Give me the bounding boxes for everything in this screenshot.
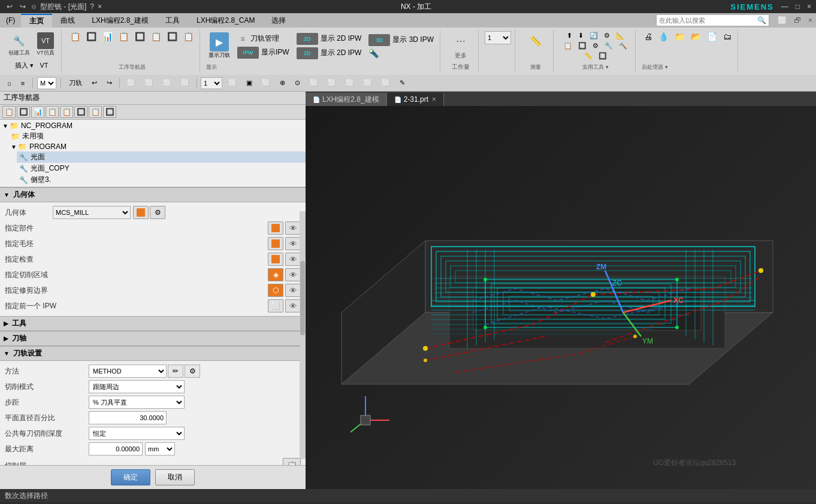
nav-icon-btn-6[interactable]: 🔲 (74, 106, 87, 118)
tb-icon-12[interactable]: ⬜ (306, 78, 322, 88)
part-eye-btn[interactable]: 👁 (285, 221, 301, 235)
tab-curve[interactable]: 曲线 (52, 14, 83, 27)
viewport-tab-prt-close[interactable]: × (432, 95, 436, 104)
confirm-btn[interactable]: 确定 (111, 469, 150, 485)
method-settings-btn[interactable]: ⚙ (185, 365, 200, 378)
max-dist-input[interactable] (89, 442, 143, 456)
check-edit-btn[interactable] (268, 253, 283, 266)
post-icon-1[interactable]: 🖨 (642, 31, 655, 42)
tab-lxh-cam[interactable]: LXH编程2.8_CAM (188, 14, 263, 27)
tool-icon-6[interactable]: 📋 (561, 41, 575, 50)
post-icon-5[interactable]: 📄 (705, 31, 720, 42)
section-axis-header[interactable]: ▶ 刀轴 (0, 331, 306, 346)
more-btn[interactable]: ⋯ (449, 31, 473, 50)
close-dialog-btn[interactable]: × (98, 2, 102, 11)
tb-icon-16[interactable]: ⬜ (378, 78, 394, 88)
geometry-select[interactable]: MCS_MILL (53, 206, 131, 219)
blank-edit-btn[interactable] (268, 237, 283, 250)
insert-btn[interactable]: 插入 ▾ (13, 60, 36, 71)
cut-level-btn[interactable]: 📋 (283, 458, 301, 465)
viewport-tab-lxh[interactable]: 📄 LXH编程2.8_建模 (306, 93, 387, 106)
tool-icon-3[interactable]: 🔄 (587, 31, 600, 40)
depth-select[interactable]: 恒定 (89, 427, 185, 440)
tool-icon-9[interactable]: 🔧 (602, 41, 615, 50)
tb-icon-15[interactable]: ⬜ (360, 78, 376, 88)
nav-icon-4[interactable]: 📋 (116, 31, 131, 42)
restore-btn[interactable]: □ (796, 2, 800, 11)
show-ipw-btn[interactable]: IPW 显示IPW (235, 46, 292, 59)
nav-icon-7[interactable]: 🔲 (165, 31, 180, 42)
nav-icon-2[interactable]: 🔲 (84, 31, 99, 42)
number-select[interactable]: 123 (485, 31, 511, 44)
nav-icon-3[interactable]: 📊 (100, 31, 115, 42)
trim-eye-btn[interactable]: 👁 (285, 284, 301, 297)
tool-icon-12[interactable]: 🔲 (596, 51, 609, 60)
tb-icon-5[interactable]: ⬜ (159, 78, 175, 88)
cancel-btn[interactable]: 取消 (155, 469, 195, 485)
scrollbar-thumb[interactable] (300, 261, 305, 335)
tool-icon-1[interactable]: ⬆ (564, 31, 575, 40)
minimize-btn[interactable]: — (781, 2, 788, 11)
show-2d-ipw-btn2[interactable]: 2D 显示 2D IPW (294, 47, 364, 60)
nav-collapse-program[interactable]: ▼ (11, 144, 17, 150)
tb-icon-10[interactable]: ⊕ (276, 78, 289, 88)
section-tool-header[interactable]: ▶ 工具 (0, 316, 306, 331)
tb-icon-13[interactable]: ⬜ (324, 78, 340, 88)
tb-zoom-select[interactable]: 1 (201, 77, 222, 89)
post-icon-4[interactable]: 📂 (688, 31, 703, 42)
post-icon-2[interactable]: 💧 (656, 31, 671, 42)
show-toolpath-btn[interactable]: ▶ 显示刀轨 (206, 31, 232, 60)
nav-icon-btn-7[interactable]: 📋 (89, 106, 102, 118)
tool-icon-5[interactable]: 📐 (613, 31, 627, 40)
check-eye-btn[interactable]: 👁 (285, 253, 301, 266)
measure-btn[interactable]: 📏 (524, 31, 548, 50)
nav-icon-8[interactable]: 📋 (181, 31, 196, 42)
create-tool-btn[interactable]: 🔧 创建工具 (6, 31, 32, 58)
nav-item-nc[interactable]: ▼ 📁 NC_PROGRAM (0, 121, 306, 130)
tb-icon-7[interactable]: ⬜ (225, 78, 240, 88)
vt-btn[interactable]: VT VT仿真 (34, 31, 58, 58)
step-select[interactable]: % 刀具平直 (89, 396, 185, 409)
toolbar-mode-select[interactable]: M (37, 77, 56, 89)
geometry-edit-btn[interactable] (133, 206, 149, 219)
tool-icon-11[interactable]: 📏 (582, 51, 595, 60)
vt-small-btn[interactable]: VT (38, 60, 51, 71)
window-close-btn[interactable]: × (805, 15, 816, 26)
flat-diam-input[interactable] (89, 411, 167, 424)
blank-eye-btn[interactable]: 👁 (285, 237, 301, 250)
tool-icon-8[interactable]: ⚙ (590, 41, 601, 50)
tab-file[interactable]: (F) (0, 14, 21, 26)
tool-icon-4[interactable]: ⚙ (602, 31, 612, 40)
tb-icon-17[interactable]: ✎ (396, 78, 409, 88)
tab-home[interactable]: 主页 (21, 14, 52, 28)
undo-btn[interactable]: ↩ (5, 2, 14, 11)
tb-icon-6[interactable]: ⬜ (177, 78, 193, 88)
post-icon-3[interactable]: 📁 (672, 31, 687, 42)
toolpath-manage-btn[interactable]: ≡ 刀轨管理 (235, 33, 292, 45)
part-edit-btn[interactable] (268, 221, 283, 235)
window-tile-btn[interactable]: ⬜ (774, 15, 790, 26)
prev-ipw-edit-btn[interactable]: ⬜ (268, 299, 283, 312)
nav-icon-6[interactable]: 📋 (149, 31, 164, 42)
nav-icon-1[interactable]: 📋 (68, 31, 83, 42)
nav-icon-btn-8[interactable]: 🔲 (103, 106, 116, 118)
tool-icon-7[interactable]: 🔲 (576, 41, 589, 50)
toolbar-blade-btn[interactable]: 刀轨 (65, 77, 86, 89)
post-icon-6[interactable]: 🗂 (721, 31, 734, 42)
tool-icon-10[interactable]: 🔨 (616, 41, 630, 50)
window-restore-btn[interactable]: 🗗 (790, 15, 805, 26)
nav-icon-btn-5[interactable]: 📋 (60, 106, 73, 118)
tab-lxh-model[interactable]: LXH编程2.8_建模 (83, 14, 157, 27)
toolbar-menu-btn[interactable]: ≡ (17, 78, 28, 88)
nav-icon-5[interactable]: 🔲 (132, 31, 147, 42)
tb-icon-11[interactable]: ⊙ (291, 78, 304, 88)
close-btn[interactable]: × (807, 2, 811, 11)
nav-icon-btn-3[interactable]: 📊 (31, 106, 44, 118)
nav-collapse-nc[interactable]: ▼ (2, 123, 8, 129)
nav-item-guangmian[interactable]: 🔧 光面 (17, 151, 306, 163)
redo-btn[interactable]: ↪ (18, 2, 28, 11)
nav-item-guangmian-copy[interactable]: 🔧 光面_COPY (17, 163, 306, 174)
help-icon[interactable]: ? (90, 2, 94, 11)
search-input[interactable] (659, 17, 755, 24)
tab-tools[interactable]: 工具 (157, 14, 188, 27)
